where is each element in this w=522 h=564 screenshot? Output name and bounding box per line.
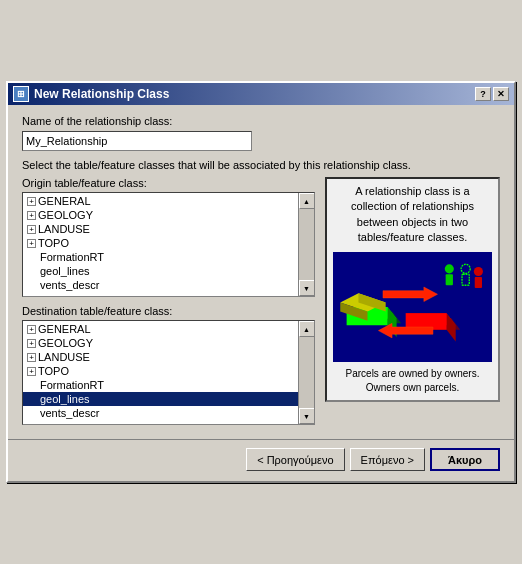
help-button[interactable]: ? [475, 87, 491, 101]
svg-rect-13 [446, 274, 453, 285]
title-bar-left: ⊞ New Relationship Class [13, 86, 169, 102]
expand-icon: + [27, 211, 36, 220]
list-item[interactable]: +GEOLOGY [23, 336, 298, 350]
destination-list[interactable]: +GENERAL+GEOLOGY+LANDUSE+TOPOFormationRT… [23, 321, 298, 424]
expand-icon: + [27, 239, 36, 248]
list-item[interactable]: geol_lines [23, 264, 298, 278]
svg-point-16 [474, 267, 483, 276]
relationship-name-input[interactable] [22, 131, 252, 151]
main-window: ⊞ New Relationship Class ? ✕ Name of the… [6, 81, 516, 483]
expand-icon: + [27, 353, 36, 362]
destination-list-container: +GENERAL+GEOLOGY+LANDUSE+TOPOFormationRT… [22, 320, 315, 425]
back-button[interactable]: < Προηγούμενο [246, 448, 344, 471]
list-item[interactable]: vents_descr [23, 406, 298, 420]
list-item[interactable]: FormationRT [23, 378, 298, 392]
diagram-caption: Parcels are owned by owners. Owners own … [333, 367, 492, 395]
list-item[interactable]: +TOPO [23, 364, 298, 378]
origin-scrollbar: ▲ ▼ [298, 193, 314, 296]
origin-scroll-track [299, 209, 314, 280]
description-text: Select the table/feature classes that wi… [22, 159, 500, 171]
name-label: Name of the relationship class: [22, 115, 500, 127]
bottom-bar: < Προηγούμενο Επόμενο > Άκυρο [8, 439, 514, 481]
window-icon: ⊞ [13, 86, 29, 102]
list-item[interactable]: +GENERAL [23, 194, 298, 208]
list-item[interactable]: +GENERAL [23, 322, 298, 336]
left-column: Origin table/feature class: +GENERAL+GEO… [22, 177, 315, 425]
content-area: Name of the relationship class: Select t… [8, 105, 514, 435]
info-text: A relationship class is a collection of … [351, 185, 474, 243]
origin-list[interactable]: +GENERAL+GEOLOGY+LANDUSE+TOPOFormationRT… [23, 193, 298, 296]
list-item[interactable]: +TOPO [23, 236, 298, 250]
destination-scroll-down[interactable]: ▼ [299, 408, 315, 424]
right-panel: A relationship class is a collection of … [325, 177, 500, 425]
destination-scrollbar: ▲ ▼ [298, 321, 314, 424]
list-item[interactable]: FormationRT [23, 250, 298, 264]
list-item[interactable]: vents_descr [23, 278, 298, 292]
origin-scroll-down[interactable]: ▼ [299, 280, 315, 296]
info-box: A relationship class is a collection of … [325, 177, 500, 402]
list-item[interactable]: +GEOLOGY [23, 208, 298, 222]
expand-icon: + [27, 367, 36, 376]
title-bar: ⊞ New Relationship Class ? ✕ [8, 83, 514, 105]
expand-icon: + [27, 225, 36, 234]
destination-scroll-up[interactable]: ▲ [299, 321, 315, 337]
destination-scroll-track [299, 337, 314, 408]
origin-list-container: +GENERAL+GEOLOGY+LANDUSE+TOPOFormationRT… [22, 192, 315, 297]
diagram-svg [333, 252, 492, 362]
origin-label: Origin table/feature class: [22, 177, 315, 189]
diagram-caption-line2: Owners own parcels. [333, 381, 492, 395]
list-item[interactable]: geol_lines [23, 392, 298, 406]
diagram-caption-line1: Parcels are owned by owners. [333, 367, 492, 381]
expand-icon: + [27, 325, 36, 334]
origin-scroll-up[interactable]: ▲ [299, 193, 315, 209]
diagram-container [333, 252, 492, 362]
svg-rect-17 [475, 277, 482, 288]
next-button[interactable]: Επόμενο > [350, 448, 425, 471]
expand-icon: + [27, 197, 36, 206]
svg-point-12 [445, 264, 454, 273]
list-item[interactable]: +LANDUSE [23, 222, 298, 236]
two-column-layout: Origin table/feature class: +GENERAL+GEO… [22, 177, 500, 425]
close-button[interactable]: ✕ [493, 87, 509, 101]
title-buttons: ? ✕ [475, 87, 509, 101]
destination-label: Destination table/feature class: [22, 305, 315, 317]
expand-icon: + [27, 339, 36, 348]
cancel-button[interactable]: Άκυρο [430, 448, 500, 471]
list-item[interactable]: +LANDUSE [23, 350, 298, 364]
window-title: New Relationship Class [34, 87, 169, 101]
